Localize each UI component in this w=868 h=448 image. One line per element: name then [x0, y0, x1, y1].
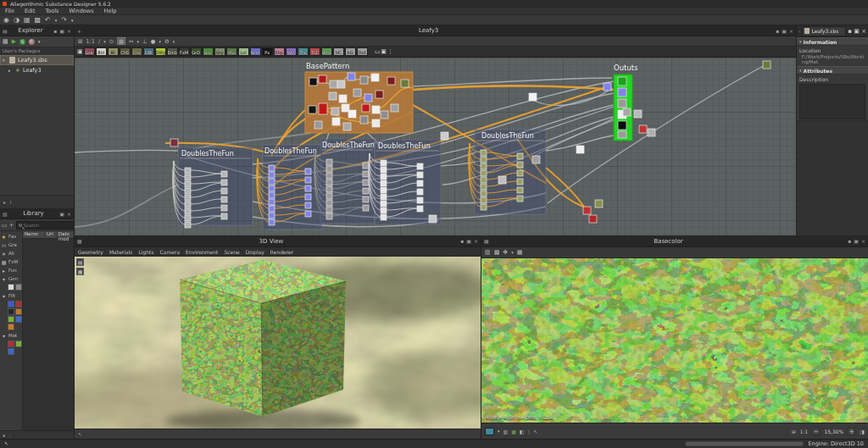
- menu-file[interactable]: File: [5, 8, 14, 14]
- viewport-option-icon[interactable]: ▤: [76, 258, 84, 266]
- undo-icon[interactable]: ↶: [45, 16, 51, 25]
- view2d-close-icon[interactable]: ×: [861, 238, 865, 244]
- settings-gear-icon[interactable]: ⚙: [164, 38, 170, 45]
- package-icon[interactable]: ▩: [3, 38, 8, 45]
- comment-bubble-icon[interactable]: ▭: [375, 48, 381, 55]
- chip-tr2[interactable]: Tr2: [309, 47, 320, 56]
- description-field[interactable]: [799, 84, 865, 119]
- link-mode-icon[interactable]: ↔: [129, 38, 133, 45]
- dropdown-icon[interactable]: ▾: [103, 39, 106, 44]
- graph-frame-doubles-1[interactable]: DoublesTheFun: [173, 147, 253, 228]
- tiling-icon[interactable]: ▥: [504, 429, 509, 434]
- chip-bc[interactable]: bC: [333, 47, 344, 56]
- menu-windows[interactable]: Windows: [70, 8, 94, 14]
- view3d-float-icon[interactable]: ▣: [466, 238, 471, 244]
- category-generators[interactable]: ▾Gen: [0, 274, 22, 283]
- chip-gra[interactable]: Gra: [84, 47, 95, 56]
- chip-emb[interactable]: Emb: [167, 47, 178, 56]
- props-pin-icon[interactable]: ▪: [848, 28, 852, 35]
- zoom-tool-icon[interactable]: ⊙: [109, 38, 114, 45]
- tree-item-graph[interactable]: ▸ ∗ Leafy3: [0, 65, 74, 75]
- thumbnail[interactable]: [15, 308, 22, 315]
- image-icon[interactable]: ▦: [24, 16, 31, 25]
- menu-tools[interactable]: Tools: [45, 8, 58, 14]
- link-create-icon[interactable]: ▣: [77, 48, 83, 55]
- graph-canvas[interactable]: #fan path { fill:none; stroke:var(--w); …: [75, 58, 796, 235]
- grid-toggle-icon[interactable]: ⊞: [792, 429, 796, 434]
- graph-scene[interactable]: #fan path { fill:none; stroke:var(--w); …: [75, 58, 797, 235]
- category-aliases[interactable]: ∗Ali: [0, 249, 22, 257]
- split-icon[interactable]: ◧: [520, 429, 525, 434]
- thumbnail[interactable]: [15, 301, 22, 307]
- category-graphs[interactable]: ▭Gra: [0, 241, 22, 249]
- zoom-1to1-button[interactable]: 1:1: [800, 429, 809, 434]
- library-float-icon[interactable]: ▣: [59, 211, 64, 217]
- info-icon[interactable]: i: [10, 199, 12, 205]
- chip-shp[interactable]: Shp: [274, 47, 285, 56]
- panel-toggle-icon[interactable]: ◨: [860, 429, 865, 434]
- properties-tab[interactable]: Leafy3.sbs: [802, 26, 846, 36]
- zoom-in-button[interactable]: +: [848, 428, 855, 435]
- background-icon[interactable]: ▦: [517, 249, 523, 256]
- view3d-close-icon[interactable]: ×: [474, 238, 478, 244]
- explorer-close-icon[interactable]: ×: [67, 28, 71, 34]
- column-url[interactable]: Url: [45, 231, 57, 238]
- thumbnail[interactable]: [15, 316, 22, 323]
- explorer-float-icon[interactable]: ▣: [59, 28, 64, 34]
- menu-scene[interactable]: Scene: [224, 249, 239, 255]
- graph-frame-outputs[interactable]: Oututs: [614, 64, 638, 141]
- thumbnail[interactable]: [8, 301, 14, 307]
- category-fxmaps[interactable]: ▩FxM: [0, 257, 22, 266]
- view2d-float-icon[interactable]: ▣: [854, 238, 859, 244]
- section-information[interactable]: ▾ Information: [797, 37, 868, 46]
- menu-help[interactable]: Help: [104, 8, 117, 14]
- thumbnail[interactable]: [8, 340, 14, 347]
- menu-edit[interactable]: Edit: [25, 8, 36, 14]
- chip-fxm[interactable]: FxM: [179, 47, 190, 56]
- thumbnail[interactable]: [15, 340, 22, 347]
- menu-geometry[interactable]: Geometry: [78, 249, 103, 255]
- graph-frame-basepattern[interactable]: BasePattern: [305, 62, 413, 133]
- save-image-icon[interactable]: ▩: [494, 249, 500, 256]
- viewport-grid-icon[interactable]: ▦: [76, 268, 84, 275]
- pin-mode-icon[interactable]: ⊥: [142, 38, 147, 45]
- column-date[interactable]: Date mod: [57, 231, 74, 238]
- filter-icon[interactable]: ▸: [3, 199, 6, 205]
- category-favorites[interactable]: ★Fav: [0, 232, 22, 241]
- save-icon[interactable]: ▩: [35, 16, 42, 25]
- category-filters[interactable]: ▾Filt: [0, 291, 22, 300]
- settings-dropdown-icon[interactable]: ▾: [173, 39, 175, 44]
- zoom-one-label[interactable]: 1:1: [86, 38, 94, 45]
- view2d-pin-icon[interactable]: ▪: [848, 238, 851, 244]
- graph-frame-doubles-5[interactable]: DoublesTheFun: [469, 130, 546, 214]
- chip-chs[interactable]: ChS: [120, 47, 131, 56]
- chip-grd[interactable]: GrD: [191, 47, 202, 56]
- fit-content-icon[interactable]: ✥: [503, 249, 508, 256]
- graph-frame-doubles-3[interactable]: DoublesTheFun: [314, 139, 375, 224]
- footer-dots-icon[interactable]: ⋮: [8, 433, 12, 438]
- section-attributes[interactable]: ▾ Attributes: [797, 66, 868, 75]
- footer-dot-icon[interactable]: ▪: [3, 433, 5, 438]
- chip-tra[interactable]: Tra: [298, 47, 309, 56]
- menu-lights[interactable]: Lights: [138, 249, 153, 255]
- column-name[interactable]: Name: [23, 231, 45, 238]
- library-close-icon[interactable]: ×: [67, 211, 71, 217]
- material-preview-icon[interactable]: ●: [151, 38, 156, 45]
- tree-item-package[interactable]: ▾ Leafy3.sbs: [0, 55, 74, 65]
- view3d-viewport[interactable]: ▤ ▦: [75, 257, 481, 429]
- thumbnail[interactable]: [8, 324, 14, 330]
- chip-hsl[interactable]: HSL: [226, 47, 237, 56]
- substance-icon[interactable]: S: [19, 39, 25, 45]
- graph-close-icon[interactable]: ×: [789, 28, 793, 34]
- expander-icon[interactable]: ▾: [3, 58, 7, 63]
- channel-swatch[interactable]: [485, 428, 494, 435]
- menu-camera[interactable]: Camera: [160, 249, 181, 255]
- fit-dropdown-icon[interactable]: ▾: [511, 250, 514, 255]
- view3d-pin-icon[interactable]: ▪: [460, 238, 464, 244]
- expander-icon[interactable]: ▸: [8, 68, 13, 73]
- bar-icon[interactable]: ∣: [528, 429, 531, 434]
- chip-dwp[interactable]: DWp: [155, 47, 166, 56]
- graph-pin-icon[interactable]: ▪: [776, 28, 779, 34]
- link-dropdown-icon[interactable]: ▾: [137, 39, 140, 44]
- slash-icon[interactable]: ∕: [98, 38, 100, 45]
